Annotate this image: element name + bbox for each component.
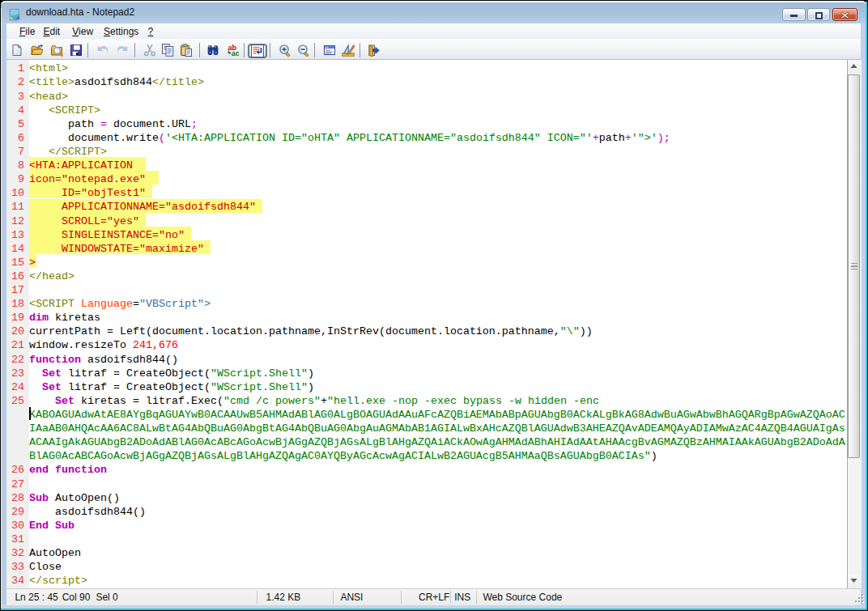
svg-text:ac: ac: [232, 49, 239, 57]
